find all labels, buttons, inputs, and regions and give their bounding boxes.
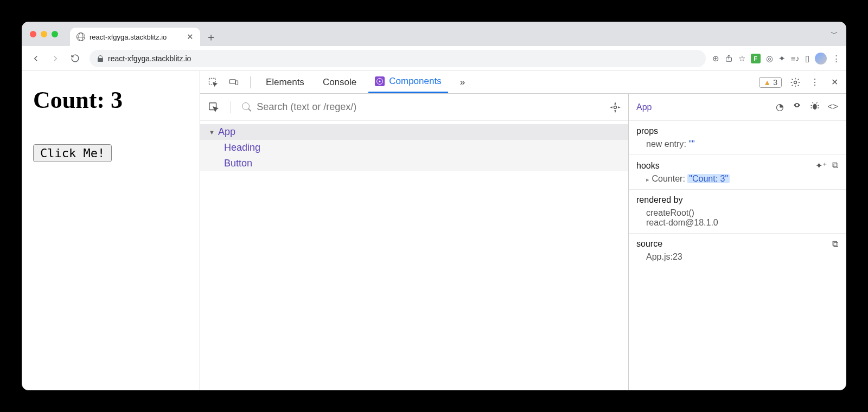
source-section: source ⧉ App.js:23 [629, 234, 846, 267]
rendered-by-title: rendered by [636, 195, 838, 205]
reload-button[interactable] [67, 50, 83, 67]
devtools-panel: Elements Console Components » ▲ 3 ⋮ [200, 71, 846, 390]
warning-count: 3 [773, 78, 777, 87]
view-source-icon[interactable]: <> [827, 101, 838, 113]
window-controls [27, 22, 62, 46]
tabs-overflow[interactable]: » [454, 71, 471, 93]
component-tree-panel: ▼ App Heading Button [200, 94, 629, 390]
hook-value: "Count: 3" [687, 174, 730, 183]
minimize-window-button[interactable] [41, 31, 47, 37]
device-toolbar-icon[interactable] [226, 75, 241, 90]
address-bar[interactable]: react-xfgyga.stackblitz.io [90, 50, 706, 67]
selected-component-name: App [636, 102, 652, 112]
rendered-by-row[interactable]: react-dom@18.1.0 [636, 218, 838, 228]
tab-console[interactable]: Console [316, 71, 363, 93]
tabs-overflow-icon[interactable]: ﹀ [831, 29, 838, 39]
component-inspector: App ◔ <> props [629, 94, 846, 390]
source-location[interactable]: App.js:23 [636, 252, 838, 262]
tree-settings-icon[interactable] [610, 102, 621, 113]
svg-point-4 [794, 81, 797, 83]
inspect-element-icon[interactable] [206, 75, 221, 90]
devtools-close-icon[interactable]: ✕ [828, 76, 840, 88]
tree-toolbar [200, 94, 628, 121]
close-window-button[interactable] [30, 31, 36, 37]
copy-icon[interactable]: ⧉ [832, 239, 838, 249]
search-input[interactable] [257, 101, 602, 113]
tree-node-app[interactable]: ▼ App [200, 124, 628, 140]
react-logo-icon [375, 76, 385, 86]
warning-icon: ▲ [763, 78, 771, 87]
warnings-badge[interactable]: ▲ 3 [759, 77, 782, 88]
toolbar-right-icons: ⊕ ☆ F ◎ ✦ ≡♪ ▯ ⋮ [712, 53, 840, 65]
zoom-icon[interactable]: ⊕ [712, 54, 719, 63]
rendered-by-row[interactable]: createRoot() [636, 208, 838, 218]
side-panel-icon[interactable]: ▯ [805, 54, 809, 63]
bug-icon[interactable] [810, 101, 820, 113]
devtools-menu-icon[interactable]: ⋮ [809, 76, 821, 88]
component-search[interactable] [242, 101, 602, 113]
select-element-icon[interactable] [208, 101, 220, 113]
disclosure-triangle-icon[interactable]: ▸ [646, 176, 649, 183]
share-icon[interactable] [725, 54, 733, 63]
tree-node-heading[interactable]: Heading [200, 140, 628, 156]
tab-title: react-xfgyga.stackblitz.io [90, 33, 167, 41]
extension-icon-green[interactable]: F [751, 54, 761, 63]
hooks-section: hooks ✦⁺ ⧉ ▸ Counter: "Count: 3" [629, 155, 846, 190]
extension-icon-eye[interactable]: ◎ [766, 54, 773, 63]
back-button[interactable] [28, 50, 44, 67]
search-icon [242, 102, 251, 112]
lock-icon [97, 55, 104, 62]
disclosure-triangle-icon[interactable]: ▼ [209, 129, 215, 136]
devtools-settings-icon[interactable] [789, 76, 801, 88]
separator [250, 76, 251, 88]
forward-button[interactable] [47, 50, 63, 67]
component-tree: ▼ App Heading Button [200, 121, 628, 171]
browser-toolbar: react-xfgyga.stackblitz.io ⊕ ☆ F ◎ ✦ ≡♪ … [22, 46, 846, 71]
profile-avatar[interactable] [815, 53, 827, 65]
hook-row[interactable]: ▸ Counter: "Count: 3" [636, 174, 838, 184]
url-text: react-xfgyga.stackblitz.io [108, 54, 191, 63]
browser-menu-icon[interactable]: ⋮ [832, 54, 840, 63]
svg-rect-2 [230, 79, 236, 83]
react-devtools-body: ▼ App Heading Button App [200, 94, 846, 390]
svg-point-6 [614, 106, 617, 108]
hooks-title: hooks [636, 161, 660, 171]
inspect-dom-icon[interactable] [792, 101, 802, 113]
maximize-window-button[interactable] [52, 31, 58, 37]
rendered-page: Count: 3 Click Me! [22, 71, 200, 390]
rendered-by-section: rendered by createRoot() react-dom@18.1.… [629, 190, 846, 234]
extensions-puzzle-icon[interactable]: ✦ [778, 54, 786, 63]
new-tab-button[interactable]: ＋ [203, 29, 219, 44]
content-area: Count: 3 Click Me! Elements Console Comp… [22, 71, 846, 390]
props-title: props [636, 126, 838, 136]
tree-node-button[interactable]: Button [200, 156, 628, 171]
browser-tab[interactable]: react-xfgyga.stackblitz.io ✕ [70, 28, 200, 46]
tab-strip: react-xfgyga.stackblitz.io ✕ ＋ ﹀ [22, 22, 846, 46]
svg-rect-3 [235, 81, 238, 85]
reading-list-icon[interactable]: ≡♪ [791, 54, 800, 63]
tab-components[interactable]: Components [368, 71, 448, 93]
magic-wand-icon[interactable]: ✦⁺ [815, 160, 827, 171]
bookmark-star-icon[interactable]: ☆ [738, 54, 745, 63]
source-title: source [636, 239, 662, 249]
click-me-button[interactable]: Click Me! [33, 144, 112, 162]
props-section: props new entry: "" [629, 121, 846, 155]
inspector-header: App ◔ <> [629, 94, 846, 121]
svg-point-7 [813, 104, 817, 110]
props-row[interactable]: new entry: "" [636, 139, 838, 149]
devtools-tabstrip: Elements Console Components » ▲ 3 ⋮ [200, 71, 846, 94]
browser-window: react-xfgyga.stackblitz.io ✕ ＋ ﹀ react-x… [22, 22, 846, 390]
globe-icon [76, 33, 85, 41]
suspense-icon[interactable]: ◔ [776, 101, 784, 113]
separator [231, 101, 231, 113]
copy-icon[interactable]: ⧉ [832, 160, 838, 171]
close-tab-icon[interactable]: ✕ [187, 32, 194, 42]
tab-elements[interactable]: Elements [259, 71, 311, 93]
page-heading: Count: 3 [33, 86, 189, 114]
